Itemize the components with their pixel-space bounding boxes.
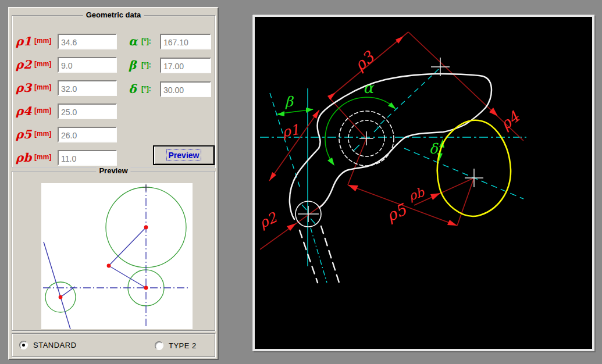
- preview-groupbox: Preview: [12, 171, 215, 331]
- alpha-unit: [°]:: [141, 37, 151, 45]
- valve-stem-dashed-left: [300, 230, 318, 283]
- radio-standard[interactable]: STANDARD: [19, 341, 77, 349]
- rhob-label: ρb: [16, 152, 31, 163]
- cad-drawing-canvas: ρ3 ρ1 ρ4 ρ5 ρb ρ2 α β δ: [255, 17, 592, 349]
- cross-markers: [298, 58, 483, 222]
- angle-label-delta: δ: [429, 141, 439, 157]
- rho5-input[interactable]: [58, 127, 117, 142]
- angle-label-alpha: α: [363, 79, 375, 97]
- beta-unit: [°]:: [141, 61, 151, 69]
- delta-input[interactable]: [160, 81, 211, 97]
- dim-label-rho3: ρ3: [351, 47, 378, 74]
- radio-type2-label: TYPE 2: [169, 341, 197, 350]
- radio-standard-label: STANDARD: [33, 341, 77, 349]
- radio-type2-circle[interactable]: [155, 341, 163, 350]
- cam-lobe-profile: [437, 120, 511, 216]
- rho3-label: ρ3: [16, 82, 31, 94]
- rho2-label: ρ2: [16, 59, 31, 70]
- rho5-label: ρ5: [16, 129, 31, 140]
- control-panel: Geometric data ρ1 [mm] ρ2 [mm] ρ3 [mm] ρ…: [8, 7, 219, 360]
- alpha-input[interactable]: [160, 34, 211, 49]
- rho4-input[interactable]: [58, 104, 117, 119]
- preview-mini-canvas: [41, 183, 193, 329]
- dim-label-rho1: ρ1: [281, 122, 301, 141]
- dim-label-rho5: ρ5: [384, 200, 410, 225]
- rho1-input[interactable]: [58, 34, 117, 49]
- radio-type2[interactable]: TYPE 2: [155, 341, 197, 350]
- geometric-data-groupbox: Geometric data ρ1 [mm] ρ2 [mm] ρ3 [mm] ρ…: [12, 15, 215, 167]
- rho5-unit: [mm]: [34, 130, 51, 138]
- angle-arcs-green: [277, 97, 443, 162]
- rhob-input[interactable]: [58, 150, 117, 166]
- beta-input[interactable]: [160, 58, 211, 73]
- rho3-input[interactable]: [58, 80, 117, 96]
- type-selector-group: STANDARD TYPE 2: [12, 333, 215, 357]
- delta-label: δ: [129, 83, 136, 95]
- preview-circles: [45, 187, 186, 312]
- geometric-data-title: Geometric data: [83, 10, 144, 19]
- preview-title: Preview: [96, 166, 130, 175]
- centerlines-cyan: [260, 69, 526, 283]
- rho4-label: ρ4: [16, 105, 31, 117]
- rho2-unit: [mm]: [34, 60, 51, 68]
- circle-top-tick: [143, 184, 149, 191]
- rho4-unit: [mm]: [34, 106, 51, 115]
- delta-unit: [°]:: [141, 85, 151, 93]
- dim-label-rho2: ρ2: [257, 209, 280, 231]
- rho2-input[interactable]: [58, 57, 117, 73]
- beta-label: β: [129, 59, 136, 71]
- rocker-arm-outline: [290, 74, 491, 219]
- alpha-label: α: [129, 35, 137, 47]
- preview-button[interactable]: Preview: [153, 145, 215, 165]
- preview-centerlines: [43, 185, 190, 327]
- rhob-unit: [mm]: [34, 153, 51, 161]
- angle-label-beta: β: [285, 94, 294, 110]
- rho1-label: ρ1: [16, 35, 31, 47]
- drawing-frame: ρ3 ρ1 ρ4 ρ5 ρb ρ2 α β δ: [252, 15, 594, 351]
- rho1-unit: [mm]: [34, 37, 51, 45]
- rho3-unit: [mm]: [34, 83, 51, 91]
- radio-standard-circle[interactable]: [19, 341, 28, 349]
- dim-label-rho4: ρ4: [497, 108, 523, 133]
- valve-stem-dashed-right: [321, 226, 339, 283]
